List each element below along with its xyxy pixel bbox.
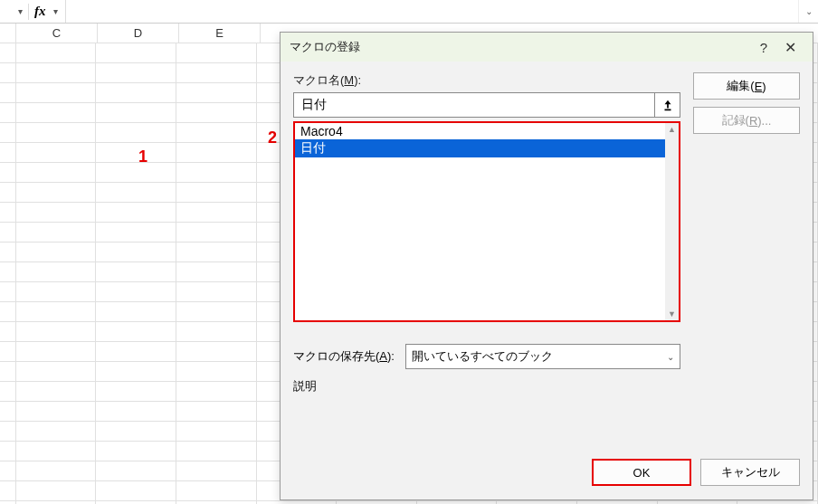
cell[interactable] <box>96 163 176 183</box>
cell[interactable] <box>176 143 257 163</box>
cell[interactable] <box>16 262 97 282</box>
store-label: マクロの保存先(A): <box>293 348 395 365</box>
cell[interactable] <box>176 83 257 103</box>
cell[interactable] <box>176 342 257 362</box>
cell[interactable] <box>96 143 176 163</box>
cell[interactable] <box>96 262 176 282</box>
fx-icon[interactable]: fx <box>34 4 46 19</box>
cell[interactable] <box>96 282 176 302</box>
cell[interactable] <box>176 123 257 143</box>
cell[interactable] <box>96 342 176 362</box>
cell[interactable] <box>176 481 257 501</box>
column-header[interactable]: D <box>98 24 179 43</box>
cell[interactable] <box>96 362 176 382</box>
cell[interactable] <box>176 402 257 422</box>
cell[interactable] <box>16 103 97 123</box>
cell[interactable] <box>96 442 176 461</box>
cell[interactable] <box>176 242 257 262</box>
cell[interactable] <box>16 143 97 163</box>
cell[interactable] <box>96 402 176 422</box>
cell[interactable] <box>16 402 97 422</box>
cell[interactable] <box>16 461 97 481</box>
reference-collapse-button[interactable] <box>655 92 680 118</box>
formula-bar: ▾ fx ▾ ⌄ <box>0 0 818 24</box>
expand-formula-icon[interactable]: ⌄ <box>798 0 818 23</box>
edit-button[interactable]: 編集(E) <box>693 72 800 100</box>
cell[interactable] <box>96 242 176 262</box>
macro-list[interactable]: Macro4 日付 <box>295 123 665 320</box>
list-item[interactable]: Macro4 <box>295 123 665 139</box>
cell[interactable] <box>176 262 257 282</box>
cell[interactable] <box>176 223 257 242</box>
cell[interactable] <box>176 302 257 322</box>
chevron-down-icon[interactable]: ▾ <box>53 6 58 16</box>
chevron-down-icon: ⌄ <box>667 352 674 362</box>
cell[interactable] <box>176 203 257 223</box>
cell[interactable] <box>96 203 176 223</box>
cell[interactable] <box>96 223 176 242</box>
macro-name-input[interactable] <box>293 92 655 118</box>
cell[interactable] <box>176 163 257 183</box>
cell[interactable] <box>16 442 97 461</box>
cell[interactable] <box>16 223 97 242</box>
cell[interactable] <box>16 123 97 143</box>
cell[interactable] <box>176 362 257 382</box>
cell[interactable] <box>176 461 257 481</box>
cell[interactable] <box>176 103 257 123</box>
cell[interactable] <box>16 342 97 362</box>
cell[interactable] <box>176 183 257 203</box>
cell[interactable] <box>16 282 97 302</box>
cell[interactable] <box>16 242 97 262</box>
cell[interactable] <box>96 382 176 402</box>
column-header[interactable]: C <box>16 24 98 43</box>
scroll-down-icon[interactable]: ▼ <box>668 308 676 320</box>
ok-button[interactable]: OK <box>592 459 691 486</box>
column-header[interactable]: E <box>179 24 261 43</box>
cell[interactable] <box>96 322 176 342</box>
scrollbar[interactable]: ▲ ▼ <box>665 123 679 320</box>
cell[interactable] <box>176 382 257 402</box>
record-button[interactable]: 記録(R)... <box>693 107 800 134</box>
store-select-value: 開いているすべてのブック <box>412 348 553 365</box>
cell[interactable] <box>96 103 176 123</box>
cell[interactable] <box>16 302 97 322</box>
cell[interactable] <box>16 163 97 183</box>
cell[interactable] <box>96 302 176 322</box>
cell[interactable] <box>176 322 257 342</box>
macro-list-wrap: Macro4 日付 ▲ ▼ <box>293 121 680 322</box>
cell[interactable] <box>16 322 97 342</box>
cell[interactable] <box>96 43 176 63</box>
close-button[interactable]: ✕ <box>776 39 804 56</box>
cell[interactable] <box>96 461 176 481</box>
dialog-title: マクロの登録 <box>290 39 751 55</box>
cell[interactable] <box>176 63 257 83</box>
cell[interactable] <box>16 183 97 203</box>
list-item[interactable]: 日付 <box>295 139 665 157</box>
cell[interactable] <box>16 63 97 83</box>
scroll-up-icon[interactable]: ▲ <box>668 123 676 136</box>
cell[interactable] <box>96 123 176 143</box>
cell[interactable] <box>16 83 97 103</box>
formula-input[interactable] <box>66 0 799 23</box>
cell[interactable] <box>96 83 176 103</box>
cell[interactable] <box>96 481 176 501</box>
cell[interactable] <box>176 282 257 302</box>
cell[interactable] <box>96 63 176 83</box>
cell[interactable] <box>16 481 97 501</box>
chevron-down-icon[interactable]: ▾ <box>18 6 23 16</box>
cell[interactable] <box>16 43 97 63</box>
cell[interactable] <box>16 362 97 382</box>
cell[interactable] <box>16 203 97 223</box>
cell[interactable] <box>96 422 176 442</box>
help-button[interactable]: ? <box>751 40 776 55</box>
cell[interactable] <box>96 183 176 203</box>
cell[interactable] <box>176 442 257 461</box>
store-select[interactable]: 開いているすべてのブック ⌄ <box>405 344 680 369</box>
description-label: 説明 <box>293 378 680 395</box>
cell[interactable] <box>176 43 257 63</box>
cell[interactable] <box>16 382 97 402</box>
store-row: マクロの保存先(A): 開いているすべてのブック ⌄ <box>293 344 680 369</box>
cancel-button[interactable]: キャンセル <box>700 459 800 486</box>
cell[interactable] <box>176 422 257 442</box>
cell[interactable] <box>16 422 97 442</box>
